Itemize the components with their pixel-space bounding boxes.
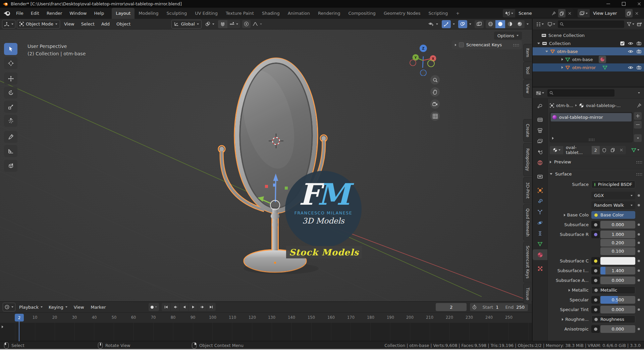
pan-view-button[interactable] <box>430 87 440 97</box>
overlays-dropdown[interactable] <box>468 20 473 28</box>
options-button[interactable]: Options <box>494 32 522 40</box>
properties-options-dropdown[interactable] <box>638 92 640 94</box>
menu-playback[interactable]: Playback <box>17 303 45 311</box>
play-button[interactable] <box>189 303 198 311</box>
tab-scene[interactable] <box>533 147 547 157</box>
decorator-dot[interactable] <box>638 204 640 206</box>
section-grip[interactable] <box>636 160 642 163</box>
socket-button[interactable] <box>591 221 600 229</box>
menu-object[interactable]: Object <box>114 21 133 27</box>
playhead-badge[interactable]: 2 <box>15 314 24 321</box>
tab-modeling[interactable]: Modeling <box>135 8 162 19</box>
subsurface-ior-slider[interactable]: 1.400 <box>600 267 635 274</box>
tool-annotate[interactable] <box>4 131 17 143</box>
tab-modifiers[interactable] <box>533 196 547 206</box>
snap-settings-dropdown[interactable] <box>227 20 240 28</box>
mode-dropdown[interactable]: Object Mode <box>17 20 60 29</box>
decorator-dot[interactable] <box>638 260 640 262</box>
material-name-field[interactable]: oval-tablet... <box>563 146 592 154</box>
outliner-row-otm-base-mesh[interactable]: otm-base <box>533 55 644 63</box>
decorator-dot[interactable] <box>638 194 640 197</box>
tab-geometry-nodes[interactable]: Geometry Nodes <box>380 8 425 19</box>
socket-button[interactable] <box>591 231 600 238</box>
subsurface-anisotropy-value[interactable]: 0.000 <box>600 277 635 284</box>
expand-icon[interactable] <box>564 214 566 216</box>
camera-view-button[interactable] <box>430 99 440 109</box>
pivot-point-dropdown[interactable] <box>204 20 216 28</box>
shading-wireframe-button[interactable] <box>486 20 495 28</box>
proportional-falloff-dropdown[interactable] <box>251 20 263 28</box>
maximize-button[interactable] <box>616 0 631 8</box>
sidebar-tab-tool[interactable]: Tool <box>523 62 532 79</box>
view-layer-browse-button[interactable] <box>578 9 590 17</box>
next-keyframe-button[interactable] <box>198 303 207 311</box>
properties-editor-type-button[interactable] <box>535 89 545 97</box>
camera-render-icon[interactable] <box>637 65 641 69</box>
expand-icon[interactable] <box>561 58 563 61</box>
new-collection-button[interactable] <box>637 22 642 27</box>
tab-layout[interactable]: Layout <box>112 8 135 19</box>
timeline-editor-type-button[interactable] <box>3 303 15 311</box>
timeline-ruler[interactable]: 10 20 30 40 50 60 70 80 90 100 110 120 1… <box>0 313 532 323</box>
outliner-row-scene-collection[interactable]: Scene Collection <box>533 31 644 39</box>
snap-toggle[interactable] <box>218 20 227 28</box>
tab-uv-editing[interactable]: UV Editing <box>191 8 222 19</box>
subsurface-radius-z[interactable]: 0.100 <box>600 247 635 255</box>
menu-render[interactable]: Render <box>43 8 66 19</box>
tool-add-cube[interactable] <box>4 160 17 172</box>
gizmo-y-plane-handle[interactable] <box>285 187 288 190</box>
decorator-dot[interactable] <box>638 308 640 311</box>
screencast-keys-checkbox[interactable] <box>459 42 464 47</box>
tab-texture-paint[interactable]: Texture Paint <box>222 8 258 19</box>
jump-to-start-button[interactable] <box>162 303 170 311</box>
specular-slider[interactable]: 0.500 <box>600 296 635 304</box>
axis-z-neg-ball[interactable] <box>420 70 426 76</box>
minimize-button[interactable] <box>600 0 616 8</box>
preview-section-header[interactable]: Preview <box>550 157 642 166</box>
outliner-row-otm-base-object[interactable]: otm-base <box>533 47 644 55</box>
breadcrumb-material[interactable]: oval-tabletop-... <box>586 103 621 108</box>
panel-grip[interactable] <box>513 43 519 46</box>
decorator-dot[interactable] <box>638 242 640 244</box>
menu-add[interactable]: Add <box>99 21 112 27</box>
perspective-toggle-button[interactable] <box>430 111 440 121</box>
shading-dropdown[interactable] <box>527 23 529 25</box>
tab-texture[interactable] <box>533 263 547 274</box>
tab-particles[interactable] <box>533 206 547 217</box>
new-material-button[interactable] <box>608 146 617 154</box>
transform-orientation-dropdown[interactable]: Global <box>171 20 201 29</box>
view-layer-new-button[interactable] <box>625 9 633 17</box>
view-layer-delete-button[interactable] <box>633 9 641 17</box>
channel-expand-icon[interactable] <box>2 326 3 328</box>
tab-rendering[interactable]: Rendering <box>314 8 344 19</box>
tool-cursor[interactable] <box>4 57 17 69</box>
start-frame-field[interactable]: Start 1 <box>479 303 502 311</box>
tool-rotate[interactable] <box>4 87 17 99</box>
subsurface-method-dropdown[interactable]: Random Walk <box>591 201 635 209</box>
shading-solid-button[interactable] <box>495 20 505 28</box>
pin-icon[interactable] <box>637 103 641 108</box>
sidebar-tab-retopology[interactable]: Retopology <box>523 143 532 176</box>
outliner-editor-type-button[interactable] <box>535 20 545 28</box>
socket-button[interactable] <box>591 277 600 284</box>
unlink-material-button[interactable] <box>617 146 626 154</box>
tab-physics[interactable] <box>533 217 547 228</box>
sidebar-tab-create[interactable]: Create <box>523 119 532 142</box>
camera-render-icon[interactable] <box>637 49 641 53</box>
tab-view-layer[interactable] <box>533 136 547 147</box>
editor-type-button[interactable] <box>2 20 15 29</box>
tab-constraints[interactable] <box>533 228 547 239</box>
scene-browse-button[interactable] <box>503 9 515 17</box>
shading-material-button[interactable] <box>505 20 515 28</box>
expand-icon[interactable] <box>562 318 564 321</box>
outliner-row-collection[interactable]: Collection <box>533 39 644 47</box>
gizmos-toggle[interactable] <box>442 20 451 28</box>
slot-list-expand[interactable] <box>552 136 554 141</box>
tab-sculpting[interactable]: Sculpting <box>162 8 191 19</box>
material-slot-active[interactable]: oval-tabletop-mirror <box>551 113 632 121</box>
gizmos-dropdown[interactable] <box>451 20 456 28</box>
tab-render[interactable] <box>533 114 547 125</box>
decorator-dot[interactable] <box>638 299 640 301</box>
tab-collection-props[interactable] <box>533 171 547 182</box>
viewport-3d[interactable]: Object Mode View Select Add Object Globa… <box>0 19 532 301</box>
